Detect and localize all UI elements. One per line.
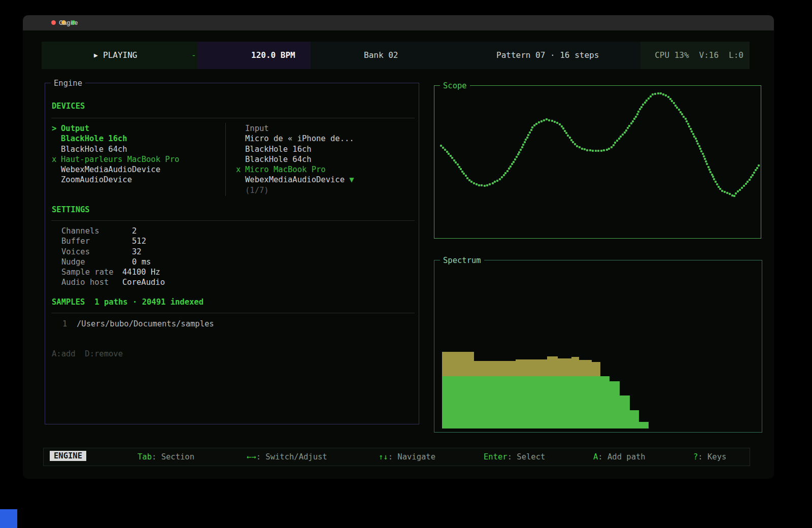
device-row[interactable]: ZoomAudioDevice bbox=[52, 175, 179, 185]
shortcut-label: : Navigate bbox=[388, 452, 435, 461]
samples-keys-hint: A:add D:remove bbox=[52, 349, 123, 358]
input-section-header[interactable]: Input bbox=[236, 123, 354, 134]
device-row[interactable]: xHaut-parleurs MacBook Pro bbox=[52, 154, 179, 164]
sample-path-row[interactable]: 1/Users/bubo/Documents/samples bbox=[52, 319, 214, 329]
desktop-corner-artifact bbox=[0, 509, 17, 528]
device-row[interactable]: BlackHole 64ch bbox=[52, 144, 179, 154]
waveform-dot bbox=[705, 160, 707, 162]
waveform-dot bbox=[564, 130, 566, 132]
shortcut-hint: A: Add path bbox=[593, 448, 646, 466]
meters-group: CPU 13% V:16 L:0 bbox=[655, 42, 743, 69]
waveform-dot bbox=[667, 96, 669, 98]
window-title: Cagire bbox=[59, 15, 78, 30]
device-row[interactable]: BlackHole 16ch bbox=[52, 134, 179, 144]
waveform-dot bbox=[525, 139, 527, 141]
device-name: BlackHole 16ch bbox=[61, 134, 127, 143]
shortcut-key: A bbox=[593, 452, 598, 461]
waveform-dot bbox=[704, 158, 706, 160]
waveform-dot bbox=[683, 116, 685, 118]
waveform-dot bbox=[584, 148, 586, 150]
waveform-dot bbox=[695, 138, 697, 140]
waveform-dot bbox=[713, 178, 715, 180]
pattern-label: Pattern 07 · 16 steps bbox=[496, 42, 599, 69]
waveform-dot bbox=[533, 124, 535, 126]
waveform-dot bbox=[461, 171, 463, 173]
waveform-dot bbox=[712, 176, 714, 178]
waveform-dot bbox=[567, 135, 569, 137]
scope-panel: Scope bbox=[434, 85, 761, 239]
waveform-dot bbox=[499, 178, 501, 180]
waveform-dot bbox=[706, 163, 708, 165]
engine-panel: Engine DEVICES >Output BlackHole 16ch Bl… bbox=[45, 83, 419, 424]
waveform-dot bbox=[749, 179, 751, 181]
waveform-dot bbox=[687, 123, 689, 125]
setting-row[interactable]: Buffer512 bbox=[61, 236, 165, 246]
waveform-dot bbox=[524, 141, 526, 143]
shortcut-key: ←→ bbox=[247, 452, 256, 461]
waveform-dot bbox=[743, 185, 745, 187]
waveform-dot bbox=[451, 157, 453, 159]
waveform-dot bbox=[654, 93, 656, 95]
waveform-dot bbox=[726, 192, 728, 194]
waveform-dot bbox=[692, 133, 694, 135]
waveform-dot bbox=[637, 111, 639, 113]
waveform-dot bbox=[715, 181, 717, 183]
waveform-dot bbox=[690, 128, 692, 130]
waveform-dot bbox=[627, 127, 629, 129]
setting-row[interactable]: Nudge0 ms bbox=[61, 257, 165, 267]
setting-row[interactable]: Sample rate44100 Hz bbox=[61, 267, 165, 277]
window-titlebar[interactable]: Cagire bbox=[23, 15, 774, 30]
waveform-dot bbox=[700, 150, 702, 152]
close-button[interactable] bbox=[51, 20, 56, 25]
device-marker: x bbox=[52, 154, 61, 164]
waveform-dot bbox=[520, 149, 522, 151]
waveform-dot bbox=[737, 190, 739, 192]
waveform-dot bbox=[640, 106, 642, 108]
device-row[interactable]: WebexMediaAudioDevice ▼ bbox=[236, 175, 354, 185]
waveform-dot bbox=[463, 173, 465, 175]
device-marker bbox=[236, 175, 245, 185]
waveform-dot bbox=[476, 183, 478, 185]
device-name: (1/7) bbox=[245, 186, 269, 195]
setting-label: Sample rate bbox=[61, 267, 122, 277]
waveform-dot bbox=[699, 148, 701, 150]
waveform-dot bbox=[470, 181, 472, 183]
waveform-dot bbox=[603, 149, 605, 151]
waveform-dot bbox=[551, 120, 553, 122]
status-bar: ▶ PLAYING - 120.0 BPM Bank 02 Pattern 07… bbox=[42, 42, 750, 69]
waveform-dot bbox=[673, 102, 675, 104]
device-row[interactable]: WebexMediaAudioDevice bbox=[52, 164, 179, 175]
shortcut-hint: ←→: Switch/Adjust bbox=[247, 448, 327, 466]
device-row[interactable]: BlackHole 64ch bbox=[236, 154, 354, 164]
waveform-dot bbox=[733, 195, 735, 197]
setting-row[interactable]: Voices32 bbox=[61, 247, 165, 257]
devices-separator bbox=[51, 118, 415, 118]
waveform-dot bbox=[685, 118, 687, 120]
waveform-dot bbox=[639, 108, 641, 110]
device-name: Haut-parleurs MacBook Pro bbox=[61, 155, 179, 164]
waveform-dot bbox=[444, 149, 446, 151]
device-row[interactable]: Micro de « iPhone de... bbox=[236, 134, 354, 144]
device-marker bbox=[236, 123, 245, 134]
waveform-dot bbox=[625, 129, 627, 131]
waveform-dot bbox=[494, 181, 496, 183]
device-row[interactable]: BlackHole 16ch bbox=[236, 144, 354, 154]
waveform-dot bbox=[556, 122, 558, 124]
waveform-dot bbox=[586, 149, 588, 151]
waveform-dot bbox=[665, 94, 667, 96]
setting-label: Nudge bbox=[61, 257, 122, 267]
output-section-header[interactable]: >Output bbox=[52, 123, 179, 134]
waveform-dot bbox=[546, 118, 548, 120]
waveform-dot bbox=[693, 136, 695, 138]
device-name: WebexMediaAudioDevice bbox=[245, 175, 345, 184]
device-row[interactable]: xMicro MacBook Pro bbox=[236, 164, 354, 175]
waveform-dot bbox=[540, 120, 543, 122]
waveform-dot bbox=[622, 134, 624, 136]
waveform-dot bbox=[652, 93, 654, 95]
setting-value: CoreAudio bbox=[122, 278, 165, 287]
waveform-dot bbox=[708, 169, 710, 171]
setting-row[interactable]: Channels2 bbox=[61, 226, 165, 236]
waveform-dot bbox=[535, 123, 537, 125]
setting-value: 32 bbox=[122, 247, 142, 256]
setting-row[interactable]: Audio hostCoreAudio bbox=[61, 277, 165, 287]
